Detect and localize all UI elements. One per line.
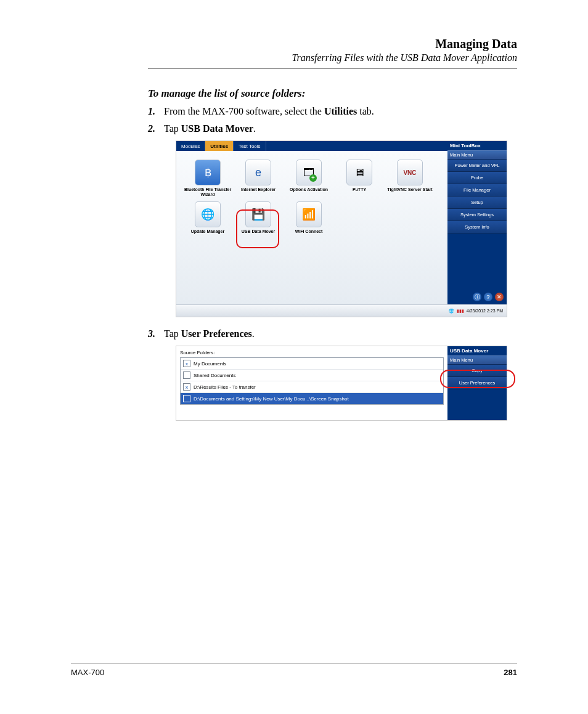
side-title: USB Data Mover bbox=[447, 346, 507, 355]
header-rule bbox=[148, 68, 517, 69]
close-icon[interactable]: ✕ bbox=[495, 293, 504, 301]
app-label: Update Manager bbox=[182, 229, 233, 234]
side-item-power-meter[interactable]: Power Meter and VFL bbox=[447, 160, 507, 172]
side-item-user-preferences[interactable]: User Preferences bbox=[447, 377, 507, 389]
globe-icon: 🌐 bbox=[195, 201, 221, 227]
list-item-selected[interactable]: D:\Documents and Settings\My New User\My… bbox=[181, 393, 443, 404]
step-text-pre: Tap bbox=[164, 328, 181, 339]
source-folders-label: Source Folders: bbox=[180, 350, 444, 355]
app-wifi[interactable]: 📶 WiFi Connect bbox=[284, 201, 334, 234]
app-label: Options Activation bbox=[284, 187, 334, 192]
page-header-subtitle: Transferring Files with the USB Data Mov… bbox=[148, 52, 517, 63]
help-icon[interactable]: ? bbox=[484, 293, 492, 301]
side-menu-head: Main Menu bbox=[447, 355, 507, 365]
step-text-post: . bbox=[253, 123, 256, 134]
screenshot-utilities: Modules Utilities Test Tools ฿ Bluetooth… bbox=[176, 140, 507, 317]
side-item-system-info[interactable]: System Info bbox=[447, 221, 507, 233]
checkbox-icon[interactable]: x bbox=[183, 383, 190, 391]
step-number: 3. bbox=[148, 328, 164, 339]
side-item-file-manager[interactable]: File Manager bbox=[447, 184, 507, 197]
vnc-icon: VNC bbox=[397, 160, 423, 185]
app-label: PuTTY bbox=[334, 187, 385, 192]
step-text-pre: Tap bbox=[164, 123, 181, 134]
info-icon[interactable]: ⓘ bbox=[473, 293, 481, 301]
app-bluetooth[interactable]: ฿ Bluetooth File Transfer Wizard bbox=[182, 160, 233, 197]
step-text-bold: Utilities bbox=[324, 106, 357, 116]
tab-utilities[interactable]: Utilities bbox=[205, 141, 234, 151]
putty-icon: 🖥 bbox=[346, 160, 372, 185]
section-title: To manage the list of source folders: bbox=[148, 87, 517, 100]
list-item-label: My Documents bbox=[194, 361, 226, 367]
checkbox-icon[interactable] bbox=[183, 395, 190, 402]
app-update[interactable]: 🌐 Update Manager bbox=[182, 201, 233, 234]
side-item-setup[interactable]: Setup bbox=[447, 197, 507, 209]
step-text-pre: From the MAX-700 software, select the bbox=[164, 106, 324, 116]
side-panel: USB Data Mover Main Menu Copy User Prefe… bbox=[447, 346, 507, 420]
side-item-system-settings[interactable]: System Settings bbox=[447, 209, 507, 221]
tab-bar: Modules Utilities Test Tools bbox=[176, 141, 447, 151]
step-number: 1. bbox=[148, 106, 164, 117]
footer-model: MAX-700 bbox=[71, 668, 104, 677]
list-item[interactable]: x D:\Results Files - To transfer bbox=[181, 381, 443, 393]
ie-icon: e bbox=[245, 160, 271, 185]
step-3: 3. Tap User Preferences. bbox=[148, 328, 517, 339]
footer-page-number: 281 bbox=[504, 668, 517, 677]
footer-rule bbox=[71, 663, 517, 664]
usb-icon: 💾 bbox=[245, 201, 271, 227]
app-ie[interactable]: e Internet Explorer bbox=[233, 160, 284, 197]
step-number: 2. bbox=[148, 123, 164, 134]
step-2: 2. Tap USB Data Mover. bbox=[148, 123, 517, 134]
app-options[interactable]: 🗔+ Options Activation bbox=[284, 160, 334, 197]
side-panel: Mini ToolBox Main Menu Power Meter and V… bbox=[447, 141, 507, 304]
source-folders-list: x My Documents Shared Documents x D:\Res… bbox=[180, 357, 444, 405]
step-text-post: tab. bbox=[357, 106, 374, 116]
step-text-post: . bbox=[252, 328, 255, 339]
app-label: TightVNC Server Start bbox=[385, 187, 435, 192]
network-icon: 🌐 bbox=[449, 309, 454, 314]
signal-icon: ▮▮▮ bbox=[457, 309, 464, 314]
app-label: Bluetooth File Transfer Wizard bbox=[182, 187, 233, 197]
status-time: 4/23/2012 2:23 PM bbox=[467, 309, 503, 313]
wifi-icon: 📶 bbox=[296, 201, 322, 227]
screenshot-user-preferences: Source Folders: x My Documents Shared Do… bbox=[176, 346, 507, 421]
options-icon: 🗔+ bbox=[296, 160, 322, 185]
app-tightvnc[interactable]: VNC TightVNC Server Start bbox=[385, 160, 435, 197]
step-text-bold: User Preferences bbox=[181, 328, 252, 339]
list-item-label: D:\Results Files - To transfer bbox=[194, 384, 256, 390]
checkbox-icon[interactable] bbox=[183, 371, 190, 379]
side-title: Mini ToolBox bbox=[447, 141, 507, 150]
checkbox-icon[interactable]: x bbox=[183, 360, 190, 367]
side-menu-head: Main Menu bbox=[447, 150, 507, 160]
app-label: WiFi Connect bbox=[284, 229, 334, 234]
side-item-copy[interactable]: Copy bbox=[447, 365, 507, 377]
list-item[interactable]: x My Documents bbox=[181, 358, 443, 370]
bluetooth-icon: ฿ bbox=[195, 160, 221, 185]
tab-testtools[interactable]: Test Tools bbox=[234, 141, 266, 151]
status-bar: 🌐 ▮▮▮ 4/23/2012 2:23 PM bbox=[176, 304, 507, 317]
step-text-bold: USB Data Mover bbox=[181, 123, 253, 134]
list-item-label: Shared Documents bbox=[194, 373, 235, 378]
page-header-title: Managing Data bbox=[148, 37, 517, 51]
list-item[interactable]: Shared Documents bbox=[181, 370, 443, 381]
page-footer: MAX-700 281 bbox=[71, 659, 517, 677]
list-item-label: D:\Documents and Settings\My New User\My… bbox=[194, 396, 349, 402]
side-item-probe[interactable]: Probe bbox=[447, 172, 507, 184]
app-putty[interactable]: 🖥 PuTTY bbox=[334, 160, 385, 197]
app-label: Internet Explorer bbox=[233, 187, 284, 192]
tab-modules[interactable]: Modules bbox=[176, 141, 205, 151]
app-usb-data-mover[interactable]: 💾 USB Data Mover bbox=[233, 201, 284, 234]
app-label: USB Data Mover bbox=[233, 229, 284, 234]
step-1: 1. From the MAX-700 software, select the… bbox=[148, 106, 517, 117]
